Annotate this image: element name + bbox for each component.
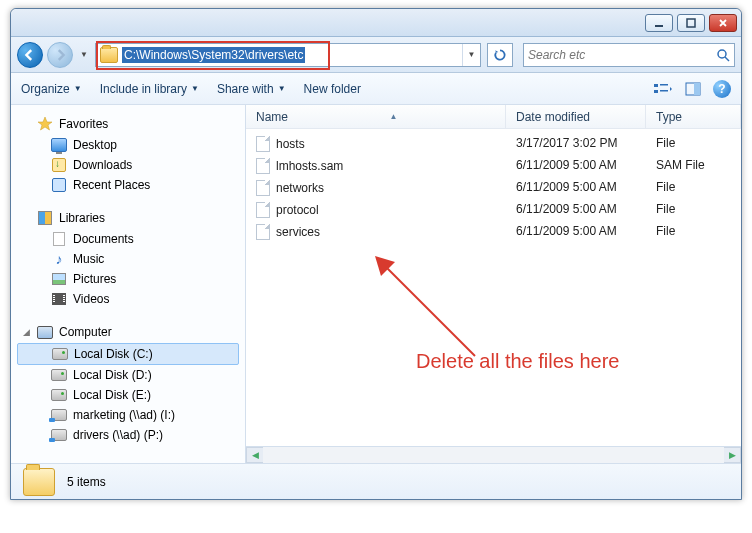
svg-marker-10 [38,117,52,130]
folder-icon [100,47,118,63]
file-date: 6/11/2009 5:00 AM [506,201,646,219]
share-with-menu[interactable]: Share with▼ [217,82,286,96]
file-type: File [646,201,741,219]
file-list-pane: Name▲ Date modified Type hosts3/17/2017 … [246,105,741,463]
favorites-group[interactable]: Favorites [11,113,245,135]
libraries-group[interactable]: Libraries [11,207,245,229]
address-text[interactable]: C:\Windows\System32\drivers\etc [122,47,305,63]
address-dropdown[interactable]: ▼ [462,44,480,66]
svg-rect-6 [660,84,668,86]
table-row[interactable]: services6/11/2009 5:00 AMFile [246,221,741,243]
nav-bar: ▼ C:\Windows\System32\drivers\etc ▼ [11,37,741,73]
network-drive-icon [51,429,67,441]
sidebar-item-drive-p[interactable]: drivers (\\ad) (P:) [11,425,245,445]
file-type: File [646,135,741,153]
navigation-pane: Favorites Desktop Downloads Recent Place… [11,105,246,463]
file-icon [256,158,270,174]
file-name: networks [276,181,324,195]
scroll-right-button[interactable]: ▶ [724,447,741,463]
horizontal-scrollbar[interactable]: ◀ ▶ [246,446,741,463]
back-button[interactable] [17,42,43,68]
videos-icon [52,293,66,305]
column-name[interactable]: Name▲ [246,105,506,128]
address-bar[interactable]: C:\Windows\System32\drivers\etc ▼ [95,43,481,67]
status-bar: 5 items [11,463,741,499]
svg-line-3 [725,57,729,61]
organize-menu[interactable]: Organize▼ [21,82,82,96]
svg-rect-9 [694,83,700,95]
column-type[interactable]: Type [646,105,741,128]
sidebar-item-pictures[interactable]: Pictures [11,269,245,289]
file-icon [256,202,270,218]
downloads-icon [52,158,66,172]
sidebar-item-drive-i[interactable]: marketing (\\ad) (I:) [11,405,245,425]
svg-rect-7 [660,90,668,92]
forward-button[interactable] [47,42,73,68]
annotation-text: Delete all the files here [416,350,619,373]
music-icon: ♪ [51,251,67,267]
table-row[interactable]: lmhosts.sam6/11/2009 5:00 AMSAM File [246,155,741,177]
folder-icon [23,468,55,496]
file-type: SAM File [646,157,741,175]
drive-icon [52,348,68,360]
file-date: 6/11/2009 5:00 AM [506,179,646,197]
computer-icon [37,326,53,339]
recent-icon [52,178,66,192]
file-name: services [276,225,320,239]
search-icon [716,48,730,62]
close-button[interactable] [709,14,737,32]
sidebar-item-music[interactable]: ♪Music [11,249,245,269]
column-headers: Name▲ Date modified Type [246,105,741,129]
star-icon [37,116,53,132]
file-name: protocol [276,203,319,217]
sidebar-item-downloads[interactable]: Downloads [11,155,245,175]
view-options-button[interactable] [653,79,673,99]
history-dropdown[interactable]: ▼ [77,45,91,65]
drive-icon [51,369,67,381]
search-input[interactable] [528,48,716,62]
search-box[interactable] [523,43,735,67]
file-icon [256,224,270,240]
libraries-icon [38,211,52,225]
desktop-icon [51,138,67,152]
file-icon [256,180,270,196]
table-row[interactable]: protocol6/11/2009 5:00 AMFile [246,199,741,221]
file-type: File [646,223,741,241]
file-icon [256,136,270,152]
sidebar-item-videos[interactable]: Videos [11,289,245,309]
column-date[interactable]: Date modified [506,105,646,128]
file-type: File [646,179,741,197]
explorer-window: ▼ C:\Windows\System32\drivers\etc ▼ Orga… [10,8,742,500]
scroll-left-button[interactable]: ◀ [246,447,263,463]
svg-rect-0 [655,25,663,27]
file-date: 6/11/2009 5:00 AM [506,157,646,175]
help-button[interactable]: ? [713,80,731,98]
sidebar-item-drive-d[interactable]: Local Disk (D:) [11,365,245,385]
svg-rect-5 [654,90,658,93]
preview-pane-button[interactable] [683,79,703,99]
sidebar-item-drive-c[interactable]: Local Disk (C:) [17,343,239,365]
table-row[interactable]: networks6/11/2009 5:00 AMFile [246,177,741,199]
sidebar-item-drive-e[interactable]: Local Disk (E:) [11,385,245,405]
computer-group[interactable]: ◢Computer [11,321,245,343]
sidebar-item-desktop[interactable]: Desktop [11,135,245,155]
svg-point-2 [718,50,726,58]
svg-rect-4 [654,84,658,87]
file-name: lmhosts.sam [276,159,343,173]
toolbar: Organize▼ Include in library▼ Share with… [11,73,741,105]
titlebar [11,9,741,37]
file-date: 6/11/2009 5:00 AM [506,223,646,241]
status-text: 5 items [67,475,106,489]
pictures-icon [52,273,66,285]
new-folder-button[interactable]: New folder [304,82,361,96]
include-library-menu[interactable]: Include in library▼ [100,82,199,96]
file-date: 3/17/2017 3:02 PM [506,135,646,153]
documents-icon [53,232,65,246]
minimize-button[interactable] [645,14,673,32]
refresh-button[interactable] [487,43,513,67]
sidebar-item-recent[interactable]: Recent Places [11,175,245,195]
table-row[interactable]: hosts3/17/2017 3:02 PMFile [246,133,741,155]
network-drive-icon [51,409,67,421]
sidebar-item-documents[interactable]: Documents [11,229,245,249]
maximize-button[interactable] [677,14,705,32]
